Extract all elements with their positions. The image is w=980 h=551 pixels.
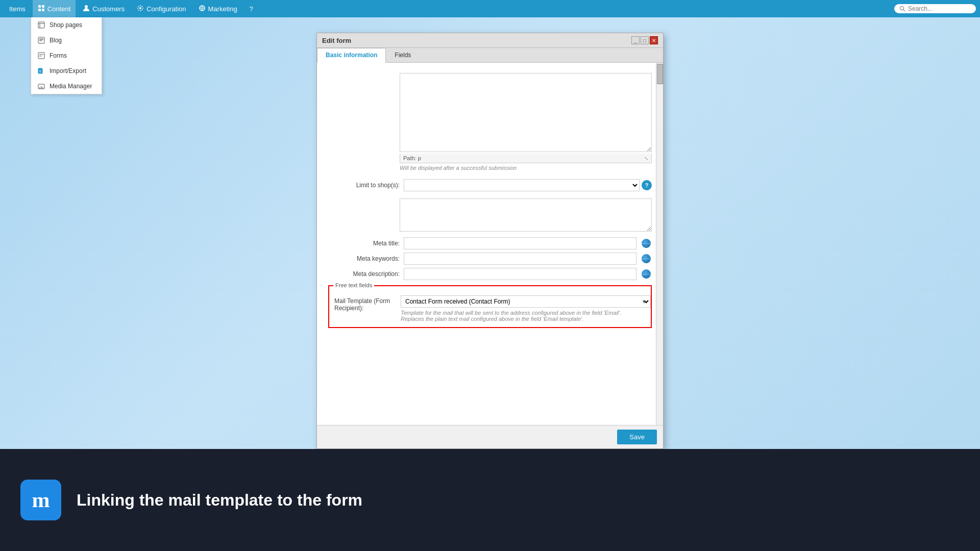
extra-textarea[interactable] [400,198,652,232]
customers-icon [83,5,90,13]
modal-minimize-btn[interactable]: _ [631,36,640,44]
meta-keywords-row: Meta keywords: [328,253,652,265]
modal-body[interactable]: Path: p ⤡ Will be displayed after a succ… [317,63,663,425]
scrollbar-thumb[interactable] [657,64,663,84]
nav-content[interactable]: Content [33,0,76,17]
svg-text:E: E [39,69,42,73]
meta-description-row: Meta description: [328,268,652,280]
meta-keywords-input[interactable] [404,253,636,265]
marketing-icon [199,5,206,13]
search-icon [899,6,905,12]
help-icon: ? [250,5,253,13]
modal-tabs: Basic information Fields [317,48,663,63]
mail-template-label: Mail Template (Form Recipient): [334,295,396,312]
svg-rect-2 [38,9,41,11]
top-nav: Items Content Customers Co [0,0,980,17]
forms-icon [37,52,45,60]
resize-handle[interactable]: ⤡ [644,156,648,161]
import-export-label: Import/Export [50,67,86,74]
limit-shops-select-wrapper: ? [404,179,652,191]
nav-content-label: Content [47,5,71,13]
meta-keywords-globe-btn[interactable] [641,253,652,264]
mail-template-select[interactable]: Contact Form received (Contact Form) [401,295,651,308]
modal-controls: _ □ ✕ [631,36,658,44]
main-area: Edit form _ □ ✕ Basic information Fields [0,17,980,449]
limit-shops-help-btn[interactable]: ? [642,180,652,190]
modal-footer: Save [317,425,663,448]
blog-label: Blog [50,37,62,44]
dropdown-import-export[interactable]: E Import/Export [31,63,102,79]
nav-marketing[interactable]: Marketing [193,0,242,17]
nav-customers-label: Customers [92,5,125,13]
mail-template-row: Mail Template (Form Recipient): Contact … [334,295,646,322]
shop-pages-label: Shop pages [50,21,82,29]
nav-customers[interactable]: Customers [78,0,130,17]
scrollbar-track[interactable] [656,63,663,425]
meta-title-label: Meta title: [328,240,400,247]
extra-textarea-section [328,194,652,237]
import-export-icon: E [37,67,45,75]
nav-configuration[interactable]: Configuration [132,0,191,17]
meta-keywords-label: Meta keywords: [328,255,400,262]
free-text-legend: Free text fields [333,282,374,288]
banner-title: Linking the mail template to the form [77,491,362,510]
dropdown-forms[interactable]: Forms [31,48,102,63]
meta-title-input[interactable] [404,237,636,249]
free-text-fields-section: Free text fields Mail Template (Form Rec… [328,285,652,328]
content-section: Path: p ⤡ Will be displayed after a succ… [328,69,652,179]
bottom-banner: m Linking the mail template to the form [0,449,980,551]
mail-template-right: Contact Form received (Contact Form) ▾ T… [401,295,646,322]
nav-configuration-label: Configuration [146,5,186,13]
modal-restore-btn[interactable]: □ [641,36,649,44]
edit-form-modal: Edit form _ □ ✕ Basic information Fields [316,33,664,449]
meta-title-globe-btn[interactable] [641,238,652,249]
search-input[interactable] [908,5,969,12]
svg-point-7 [900,7,904,10]
mail-template-select-row: Contact Form received (Contact Form) ▾ [401,295,646,308]
limit-shops-row: Limit to shop(s): ? [328,179,652,191]
modal-close-btn[interactable]: ✕ [650,36,658,44]
nav-marketing-label: Marketing [208,5,237,13]
globe-icon-meta-description [642,269,651,279]
content-textarea[interactable] [400,73,652,152]
limit-shops-select[interactable] [404,179,640,191]
svg-rect-3 [42,9,44,11]
svg-line-8 [903,10,905,11]
tab-fields[interactable]: Fields [386,48,420,62]
banner-logo: m [20,480,61,520]
svg-rect-1 [42,5,44,8]
media-manager-icon [37,82,45,90]
path-label: Path: p [403,155,421,161]
path-bar: Path: p ⤡ [400,154,652,163]
shop-pages-icon [37,21,45,29]
svg-rect-16 [38,53,44,59]
content-dropdown: Shop pages Blog Forms E [31,17,102,94]
svg-rect-12 [38,37,44,43]
meta-title-row: Meta title: [328,237,652,249]
svg-point-4 [85,5,88,8]
modal-titlebar: Edit form _ □ ✕ [317,33,663,48]
save-button[interactable]: Save [617,430,657,444]
blog-icon [37,36,45,44]
nav-items[interactable]: Items [4,0,31,17]
submission-help: Will be displayed after a successful sub… [400,165,652,171]
meta-description-label: Meta description: [328,270,400,278]
nav-help[interactable]: ? [244,0,258,17]
dropdown-media-manager[interactable]: Media Manager [31,79,102,94]
nav-items-label: Items [9,5,26,13]
svg-rect-0 [38,5,41,8]
media-manager-label: Media Manager [50,83,92,90]
globe-icon-meta-keywords [642,254,651,263]
mail-template-help: Template for the mail that will be sent … [401,310,646,322]
dropdown-shop-pages[interactable]: Shop pages [31,17,102,33]
meta-description-input[interactable] [404,268,636,280]
svg-rect-9 [38,22,44,28]
meta-description-globe-btn[interactable] [641,268,652,280]
forms-label: Forms [50,52,67,59]
globe-icon-meta-title [642,239,651,248]
dropdown-blog[interactable]: Blog [31,33,102,48]
svg-point-5 [139,7,141,9]
search-box [894,4,976,13]
content-icon [38,5,45,13]
tab-basic-information[interactable]: Basic information [317,48,386,63]
